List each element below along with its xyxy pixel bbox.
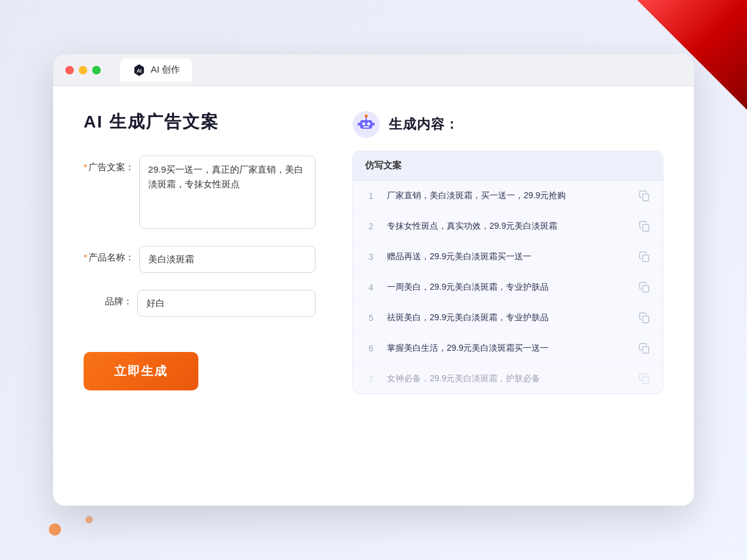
product-name-input[interactable]: [139, 246, 316, 273]
minimize-button[interactable]: [79, 66, 87, 74]
product-required-star: *: [84, 252, 87, 262]
table-rows-container: 1 厂家直销，美白淡斑霜，买一送一，29.9元抢购 2 专抹女性斑点，真实功效，…: [353, 181, 663, 393]
title-bar: AI AI 创作: [53, 54, 694, 86]
ad-copy-input[interactable]: 29.9买一送一，真正的厂家直销，美白淡斑霜，专抹女性斑点: [139, 156, 316, 229]
close-button[interactable]: [65, 66, 74, 74]
brand-input[interactable]: [137, 290, 316, 317]
row-number: 5: [365, 313, 377, 323]
decorative-dot-1: [49, 523, 61, 536]
table-row: 3 赠品再送，29.9元美白淡斑霜买一送一: [353, 242, 663, 272]
result-table: 仿写文案 1 厂家直销，美白淡斑霜，买一送一，29.9元抢购 2 专抹女性斑点，…: [352, 151, 663, 394]
row-number: 4: [365, 282, 377, 292]
row-number: 6: [365, 343, 377, 353]
browser-window: AI AI 创作 AI 生成广告文案 *广告文案： 29.9买一送一，真正的厂家…: [53, 54, 694, 506]
svg-rect-16: [643, 346, 649, 353]
product-name-group: *产品名称：: [84, 246, 316, 273]
robot-icon: [352, 110, 380, 138]
row-text: 掌握美白生活，29.9元美白淡斑霜买一送一: [387, 342, 629, 354]
ad-copy-required-star: *: [84, 162, 87, 172]
copy-icon[interactable]: [638, 281, 651, 293]
ad-copy-label: *广告文案：: [84, 156, 134, 173]
browser-tab[interactable]: AI AI 创作: [120, 59, 192, 82]
tab-label: AI 创作: [151, 64, 180, 76]
svg-rect-15: [643, 316, 649, 323]
row-text: 一周美白，29.9元美白淡斑霜，专业护肤品: [387, 281, 629, 293]
table-row: 7 女神必备，29.9元美白淡斑霜，护肤必备: [353, 364, 663, 393]
table-row: 4 一周美白，29.9元美白淡斑霜，专业护肤品: [353, 272, 663, 303]
generate-button[interactable]: 立即生成: [84, 352, 198, 390]
decorative-dot-2: [85, 516, 93, 523]
copy-icon[interactable]: [638, 342, 651, 354]
maximize-button[interactable]: [92, 66, 101, 74]
ai-tab-icon: AI: [132, 63, 146, 77]
main-content: AI 生成广告文案 *广告文案： 29.9买一送一，真正的厂家直销，美白淡斑霜，…: [53, 86, 694, 506]
svg-rect-13: [643, 255, 649, 262]
row-text: 专抹女性斑点，真实功效，29.9元美白淡斑霜: [387, 220, 629, 232]
row-number: 1: [365, 191, 377, 201]
svg-text:AI: AI: [137, 68, 142, 73]
result-title: 生成内容：: [389, 115, 459, 134]
result-header: 生成内容：: [352, 110, 663, 138]
product-name-label: *产品名称：: [84, 246, 134, 264]
copy-icon[interactable]: [638, 373, 651, 385]
brand-label: 品牌：: [84, 290, 132, 307]
row-number: 2: [365, 221, 377, 231]
table-header: 仿写文案: [353, 151, 663, 181]
copy-icon[interactable]: [638, 312, 651, 324]
svg-point-4: [363, 123, 366, 126]
right-panel: 生成内容： 仿写文案 1 厂家直销，美白淡斑霜，买一送一，29.9元抢购 2 专…: [352, 110, 663, 475]
ad-copy-group: *广告文案： 29.9买一送一，真正的厂家直销，美白淡斑霜，专抹女性斑点: [84, 156, 316, 229]
table-row: 6 掌握美白生活，29.9元美白淡斑霜买一送一: [353, 333, 663, 364]
svg-rect-17: [643, 377, 649, 384]
left-panel: AI 生成广告文案 *广告文案： 29.9买一送一，真正的厂家直销，美白淡斑霜，…: [84, 110, 316, 475]
copy-icon[interactable]: [638, 220, 651, 232]
row-number: 3: [365, 252, 377, 262]
table-row: 5 祛斑美白，29.9元美白淡斑霜，专业护肤品: [353, 303, 663, 333]
svg-point-8: [365, 115, 368, 118]
svg-rect-6: [363, 126, 369, 127]
svg-rect-12: [643, 224, 649, 231]
row-text: 女神必备，29.9元美白淡斑霜，护肤必备: [387, 372, 629, 385]
page-title: AI 生成广告文案: [84, 110, 316, 134]
row-text: 厂家直销，美白淡斑霜，买一送一，29.9元抢购: [387, 189, 629, 202]
row-text: 祛斑美白，29.9元美白淡斑霜，专业护肤品: [387, 311, 629, 324]
svg-point-5: [367, 123, 370, 126]
svg-rect-11: [643, 194, 649, 201]
row-number: 7: [365, 374, 377, 384]
copy-icon[interactable]: [638, 190, 651, 202]
traffic-lights: [65, 66, 101, 74]
copy-icon[interactable]: [638, 251, 651, 263]
table-row: 2 专抹女性斑点，真实功效，29.9元美白淡斑霜: [353, 211, 663, 242]
table-row: 1 厂家直销，美白淡斑霜，买一送一，29.9元抢购: [353, 181, 663, 211]
svg-rect-10: [372, 123, 375, 126]
svg-rect-14: [643, 285, 649, 292]
svg-rect-9: [358, 123, 360, 126]
brand-group: 品牌：: [84, 290, 316, 317]
row-text: 赠品再送，29.9元美白淡斑霜买一送一: [387, 250, 629, 263]
